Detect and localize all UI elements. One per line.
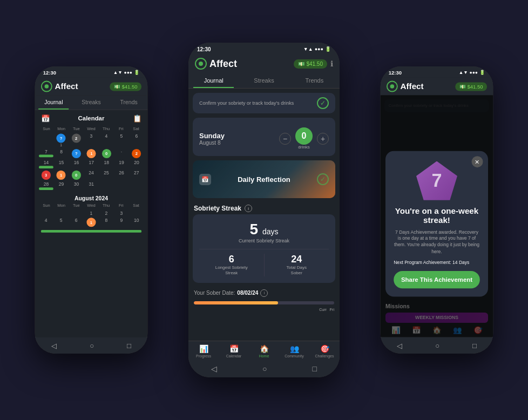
progress-bar-container	[194, 301, 334, 304]
achievement-title: You're on a one-week streak!	[394, 206, 480, 225]
cal-cell: 30	[69, 181, 83, 191]
nav-home[interactable]: 🏠 Home	[249, 344, 279, 358]
total-label: Total DaysSober	[265, 265, 329, 276]
close-modal-btn[interactable]: ✕	[472, 156, 483, 167]
tab-journal-center[interactable]: Journal	[188, 73, 239, 88]
cal-week2: 7 8 ? 1 0 · 2	[39, 148, 144, 159]
days-header-2: SunMonTueWedThuFriSat	[39, 204, 144, 208]
sober-date-info[interactable]: i	[260, 289, 268, 297]
cal-cell: 5	[114, 133, 128, 148]
streak-number: 5	[250, 221, 262, 238]
increase-drinks-btn[interactable]: +	[317, 133, 329, 145]
longest-number: 6	[199, 254, 264, 265]
recent-btn-left[interactable]: □	[127, 341, 131, 349]
wallet-icon-right: 💵	[459, 84, 465, 89]
share-achievement-btn[interactable]: Share This Achievement	[394, 271, 480, 288]
info-btn[interactable]: ℹ	[330, 59, 333, 68]
reflection-left: 📅	[199, 174, 211, 185]
cal-cell	[69, 209, 83, 216]
calendar-nav-label: Calendar	[226, 354, 241, 358]
calendar-header: 📅 Calendar 📋	[35, 110, 148, 126]
progress-labels: Curr Fri	[188, 307, 340, 313]
cal-bar	[39, 166, 53, 168]
calendar-nav-icon: 📅	[229, 344, 239, 353]
tab-streaks-center[interactable]: Streaks	[239, 73, 289, 88]
achievement-pentagon: 7	[416, 161, 457, 200]
achievement-modal-overlay: ✕ 7 You're on a one-week streak! 7 Days …	[381, 95, 493, 337]
sober-date-value: 08/02/24	[237, 290, 258, 296]
cal-cell: 3	[114, 209, 128, 216]
recent-btn-right[interactable]: □	[472, 341, 477, 349]
tab-journal-left[interactable]: Journal	[35, 95, 73, 110]
home-btn-right[interactable]: ○	[435, 341, 439, 349]
streak-card: 5 days Current Sobriety Streak 6 Longest…	[193, 214, 335, 283]
decrease-drinks-btn[interactable]: −	[279, 133, 291, 145]
progress-icon: 📊	[199, 344, 208, 353]
tab-streaks-left[interactable]: Streaks	[72, 95, 110, 110]
cal-dot-green[interactable]: 0	[102, 149, 111, 158]
sobriety-section-header: Sobriety Streak i	[188, 202, 340, 214]
cal-bar-green	[39, 154, 53, 157]
cal-cell	[39, 209, 53, 216]
cal-dot[interactable]: 1	[86, 218, 96, 227]
curr-label: Curr	[319, 308, 327, 311]
android-nav-center: ◁ ○ □	[188, 360, 340, 377]
cal-cell: 26	[114, 170, 128, 181]
challenges-icon: 🎯	[320, 344, 329, 353]
reflection-card[interactable]: 📅 Daily Reflection ✓	[193, 160, 335, 198]
community-icon: 👥	[290, 344, 299, 353]
cal-bar	[39, 187, 53, 190]
cal-cell: 0	[69, 170, 83, 181]
nav-challenges[interactable]: 🎯 Challenges	[309, 344, 340, 358]
back-btn-left[interactable]: ◁	[51, 341, 57, 349]
cal-cell: 18	[99, 159, 113, 170]
nav-progress[interactable]: 📊 Progress	[188, 344, 219, 358]
cal-dot-orange[interactable]: 1	[87, 149, 96, 158]
month-label-2: August 2024	[35, 191, 148, 204]
status-bar-center: 12:30 ▼▲ ●●● 🔋	[188, 43, 340, 55]
cal-dot[interactable]: 2	[132, 149, 141, 158]
recent-btn-center[interactable]: □	[313, 364, 317, 373]
total-number: 24	[265, 254, 329, 265]
back-btn-right[interactable]: ◁	[397, 341, 402, 349]
cal-cell: 15	[55, 159, 69, 170]
cal-dot-blue[interactable]: ?	[57, 133, 66, 143]
back-btn-center[interactable]: ◁	[211, 364, 217, 373]
nav-community[interactable]: 👥 Community	[279, 344, 309, 358]
logo-center: Affect	[195, 58, 237, 70]
home-label: Home	[259, 354, 269, 358]
tab-trends-center[interactable]: Trends	[289, 73, 340, 88]
nav-calendar[interactable]: 📅 Calendar	[219, 344, 249, 358]
bottom-nav-center: 📊 Progress 📅 Calendar 🏠 Home 👥 Community…	[188, 341, 340, 360]
cal-dot[interactable]: 1	[57, 171, 66, 180]
cal2-week1: 1 2 3	[39, 209, 144, 216]
streak-stats: 6 Longest SobrietyStreak 24 Total DaysSo…	[199, 249, 329, 276]
center-phone: 12:30 ▼▲ ●●● 🔋 Affect 💵 $41.50 ℹ J	[188, 43, 340, 377]
cal-dot[interactable]: 2	[71, 133, 80, 143]
status-icons-center: ▼▲ ●●● 🔋	[303, 46, 331, 52]
fri-label: Fri	[330, 308, 334, 311]
home-btn-center[interactable]: ○	[262, 364, 267, 373]
progress-bar-fill	[194, 301, 278, 304]
cal-dot-red[interactable]: 3	[42, 171, 51, 180]
days-header: SunMonTueWedThuFriSat	[39, 126, 144, 131]
cal-cell: 3	[84, 133, 98, 148]
date-drinks-card: Sunday August 8 − 0 drinks +	[193, 118, 335, 156]
cal-dot[interactable]: ?	[72, 149, 81, 158]
cal-cell: 27	[130, 170, 144, 181]
cal-cell: 10	[130, 216, 144, 228]
cal2-week2: 4 5 6 1 8 9 10	[39, 216, 144, 228]
cal-dot[interactable]: 0	[71, 171, 80, 180]
cal-cell: ?1	[54, 133, 68, 148]
cal-cell: 24	[84, 170, 98, 181]
right-phone: 12:30 ▲▼ ●●● 🔋 Affect 💵 $41.50 Confirm y…	[381, 66, 493, 354]
sobriety-info-icon[interactable]: i	[245, 205, 252, 212]
cal-cell: 6	[69, 216, 83, 228]
confirm-check[interactable]: ✓	[317, 97, 329, 109]
drinks-count: 0	[295, 127, 313, 145]
cal-cell: 8	[99, 216, 113, 228]
home-btn-left[interactable]: ○	[90, 341, 94, 349]
day-label: Sunday	[199, 132, 225, 140]
tab-trends-left[interactable]: Trends	[110, 95, 148, 110]
cal-cell: 16	[69, 159, 83, 170]
